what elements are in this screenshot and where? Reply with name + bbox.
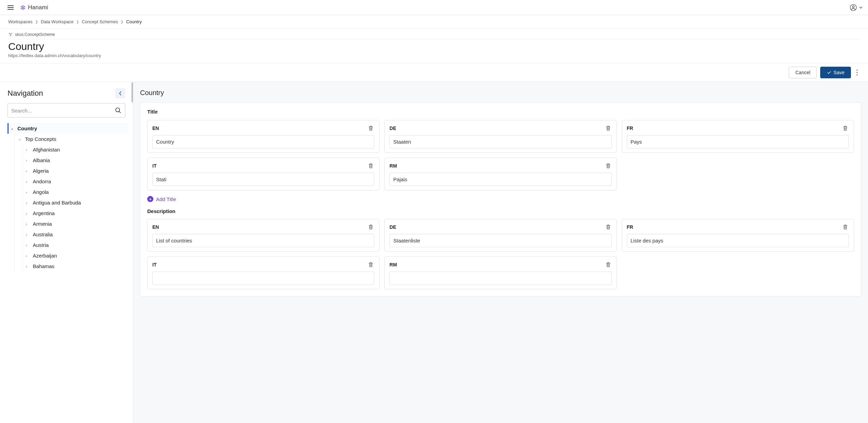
tree-item[interactable]: ›Algeria	[23, 166, 129, 176]
svg-point-1	[23, 5, 23, 6]
plus-icon: +	[147, 196, 153, 202]
tree-item[interactable]: ›Bahamas	[23, 261, 129, 272]
description-lang-card-fr: FR	[622, 219, 854, 252]
tree-item[interactable]: ›Australia	[23, 229, 129, 240]
tree-item-label: Afghanistan	[33, 147, 60, 153]
search-icon	[115, 107, 122, 114]
lang-code: FR	[627, 224, 633, 230]
more-actions-button[interactable]	[854, 67, 860, 78]
description-input-en[interactable]	[152, 234, 374, 247]
tree-item-label: Angola	[33, 189, 49, 195]
tree-root-country[interactable]: ⌄ Country	[8, 123, 129, 134]
title-lang-card-it: IT	[147, 158, 380, 190]
tree-item[interactable]: ›Argentina	[23, 208, 129, 219]
tree-item-label: Antigua and Barbuda	[33, 200, 81, 206]
svg-point-2	[23, 9, 23, 10]
lang-code: DE	[389, 224, 396, 230]
description-input-de[interactable]	[389, 234, 611, 247]
chevron-right-icon: ›	[26, 254, 31, 258]
description-input-fr[interactable]	[627, 234, 849, 247]
sidebar-scrollbar[interactable]	[131, 82, 133, 423]
title-input-fr[interactable]	[627, 135, 849, 148]
svg-point-6	[24, 8, 25, 9]
title-input-en[interactable]	[152, 135, 374, 148]
tree-item-label: Austria	[33, 242, 49, 248]
app-logo[interactable]: Hanami	[20, 4, 48, 11]
chevron-right-icon: ›	[26, 148, 31, 152]
delete-description-fr-button[interactable]	[842, 223, 849, 230]
description-lang-card-rm: RM	[384, 256, 617, 289]
tree-item[interactable]: ›Afghanistan	[23, 144, 129, 155]
add-title-button[interactable]: + Add Title	[147, 196, 176, 202]
chevron-right-icon: ›	[26, 180, 31, 184]
user-menu[interactable]	[850, 4, 863, 11]
svg-point-8	[852, 5, 854, 7]
breadcrumb-current: Country	[126, 19, 142, 24]
description-lang-card-it: IT	[147, 256, 380, 289]
description-input-it[interactable]	[152, 272, 374, 285]
nav-title: Navigation	[8, 89, 43, 98]
tree-item[interactable]: ›Austria	[23, 240, 129, 250]
trash-icon	[605, 163, 611, 169]
chevron-right-icon: ›	[26, 222, 31, 226]
title-lang-card-rm: RM	[384, 158, 617, 190]
breadcrumb-data-workspace[interactable]: Data Workspace	[41, 19, 73, 24]
chevron-right-icon: ›	[26, 158, 31, 162]
lang-code: FR	[627, 125, 633, 131]
search-input-wrapper[interactable]	[8, 103, 125, 118]
delete-title-fr-button[interactable]	[842, 124, 849, 132]
lang-code: RM	[389, 163, 397, 169]
kebab-icon	[856, 69, 858, 76]
lang-code: IT	[152, 163, 156, 169]
save-button[interactable]: Save	[820, 67, 851, 78]
save-label: Save	[833, 70, 844, 75]
trash-icon	[605, 125, 611, 131]
delete-title-en-button[interactable]	[367, 124, 374, 132]
chevron-right-icon: ›	[26, 190, 31, 194]
hamburger-menu-button[interactable]	[5, 2, 16, 13]
description-lang-card-de: DE	[384, 219, 617, 252]
description-input-rm[interactable]	[389, 272, 611, 285]
chevron-right-icon: ❯	[76, 20, 79, 24]
svg-point-10	[11, 33, 12, 34]
delete-title-rm-button[interactable]	[605, 162, 612, 169]
tree-root-label: Country	[17, 125, 37, 131]
delete-description-rm-button[interactable]	[605, 261, 612, 268]
tree-item[interactable]: ›Azerbaijan	[23, 250, 129, 261]
lang-code: RM	[389, 262, 397, 267]
tree-item[interactable]: ›Antigua and Barbuda	[23, 197, 129, 208]
title-input-rm[interactable]	[389, 173, 611, 186]
delete-title-it-button[interactable]	[367, 162, 374, 169]
trash-icon	[368, 125, 374, 131]
tree-top-concepts[interactable]: ⌄ Top Concepts	[15, 134, 129, 144]
tree-item-label: Azerbaijan	[33, 253, 57, 259]
tree-item-label: Algeria	[33, 168, 49, 174]
svg-point-11	[10, 35, 11, 36]
lang-code: EN	[152, 224, 159, 230]
navigation-sidebar: Navigation ⌄ Country ⌄ Top Concepts ›Afg…	[0, 82, 133, 423]
title-lang-card-en: EN	[147, 120, 380, 153]
cancel-button[interactable]: Cancel	[789, 67, 817, 78]
title-input-it[interactable]	[152, 173, 374, 186]
delete-description-it-button[interactable]	[367, 261, 374, 268]
tree-item[interactable]: ›Angola	[23, 187, 129, 197]
tree-item[interactable]: ›Armenia	[23, 219, 129, 229]
chevron-right-icon: ›	[26, 243, 31, 247]
tree-item[interactable]: ›Andorra	[23, 176, 129, 187]
search-input[interactable]	[11, 108, 115, 114]
content-heading: Country	[140, 89, 861, 97]
svg-point-9	[9, 33, 10, 34]
breadcrumb-workspaces[interactable]: Workspaces	[8, 19, 32, 24]
title-input-de[interactable]	[389, 135, 611, 148]
delete-title-de-button[interactable]	[605, 124, 612, 132]
tree-item[interactable]: ›Albania	[23, 155, 129, 166]
breadcrumb-concept-schemes[interactable]: Concept Schemes	[82, 19, 118, 24]
user-icon	[850, 4, 857, 11]
collapse-sidebar-button[interactable]	[115, 88, 125, 98]
delete-description-en-button[interactable]	[367, 223, 374, 230]
trash-icon	[368, 163, 374, 169]
title-card: Title ENDEFRITRM + Add Title Description…	[140, 102, 861, 296]
tree-item-label: Albania	[33, 157, 50, 163]
trash-icon	[842, 125, 848, 131]
delete-description-de-button[interactable]	[605, 223, 612, 230]
